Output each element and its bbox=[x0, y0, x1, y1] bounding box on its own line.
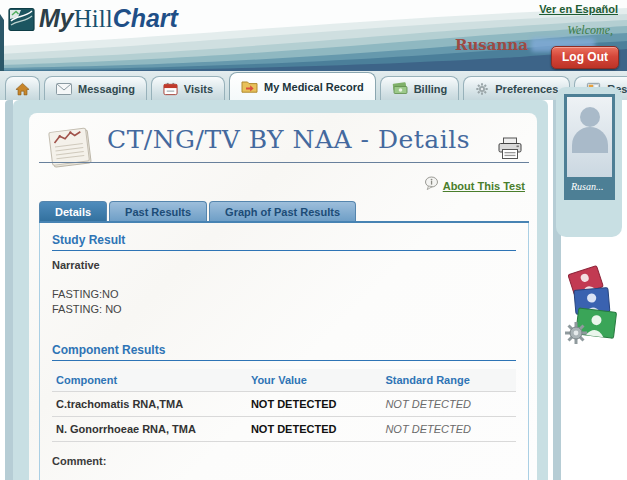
table-header-row: Component Your Value Standard Range bbox=[52, 369, 516, 392]
tab-label: Preferences bbox=[495, 83, 558, 95]
language-toggle-link[interactable]: Ver en Español bbox=[539, 3, 618, 15]
subtab-details[interactable]: Details bbox=[39, 201, 107, 221]
print-icon[interactable] bbox=[497, 137, 523, 164]
standard-range: NOT DETECTED bbox=[381, 416, 516, 441]
calendar-icon bbox=[163, 82, 178, 96]
tab-label: Messaging bbox=[78, 83, 135, 95]
user-first-name: Rusanna bbox=[455, 36, 528, 54]
main-panel: CT/NG/TV BY NAA - Details bbox=[29, 113, 537, 480]
logo-text-chart: Chart bbox=[113, 4, 178, 32]
page-title: CT/NG/TV BY NAA - Details bbox=[107, 125, 470, 154]
logo-chart-folder-icon bbox=[8, 6, 35, 32]
your-value: NOT DETECTED bbox=[247, 416, 382, 441]
about-this-test-link: About This Test bbox=[443, 180, 525, 192]
patient-avatar: Rusan... bbox=[564, 94, 615, 200]
column-header-component: Component bbox=[52, 369, 247, 392]
myhillchart-app: MyHillChart Ver en Español Welcome, Rusa… bbox=[0, 0, 627, 480]
tab-billing[interactable]: Billing bbox=[380, 76, 460, 100]
standard-range: NOT DETECTED bbox=[381, 391, 516, 416]
title-divider bbox=[39, 162, 529, 163]
table-row: N. Gonorrhoeae RNA, TMA NOT DETECTED NOT… bbox=[52, 416, 516, 441]
gear-icon bbox=[475, 82, 489, 96]
avatar-photo-placeholder bbox=[567, 97, 612, 153]
home-icon bbox=[15, 82, 30, 96]
logo-text-my: My bbox=[39, 4, 74, 32]
tab-label: Visits bbox=[184, 83, 213, 95]
component-name: C.trachomatis RNA,TMA bbox=[52, 391, 247, 416]
study-result-heading: Study Result bbox=[52, 233, 516, 251]
logo-text-hill: Hill bbox=[74, 5, 113, 32]
details-tab-content: Study Result Narrative FASTING:NO FASTIN… bbox=[39, 223, 529, 480]
speech-bubble-info-icon bbox=[424, 176, 439, 195]
billing-money-icon bbox=[392, 82, 408, 95]
component-results-heading: Component Results bbox=[52, 343, 516, 361]
subtab-graph-of-past-results[interactable]: Graph of Past Results bbox=[209, 201, 356, 221]
narrative-line: FASTING:NO bbox=[52, 287, 516, 302]
primary-nav: Messaging Visits My Medical bbox=[0, 71, 627, 100]
column-header-standard-range: Standard Range bbox=[381, 369, 516, 392]
component-results-table: Component Your Value Standard Range C.tr… bbox=[52, 369, 516, 442]
tab-visits[interactable]: Visits bbox=[151, 76, 225, 100]
tab-preferences[interactable]: Preferences bbox=[463, 76, 570, 100]
narrative-line: FASTING: NO bbox=[52, 302, 516, 317]
logout-button[interactable]: Log Out bbox=[551, 46, 619, 69]
narrative-label: Narrative bbox=[52, 259, 516, 271]
envelope-icon bbox=[56, 83, 72, 95]
active-patient-selector[interactable]: Rusan... bbox=[556, 87, 622, 237]
test-results-notepad-icon bbox=[45, 123, 97, 173]
result-subtabs: Details Past Results Graph of Past Resul… bbox=[39, 201, 529, 221]
frame-left-edge bbox=[5, 100, 13, 480]
manage-accounts-icon[interactable] bbox=[563, 262, 621, 348]
your-value: NOT DETECTED bbox=[247, 391, 382, 416]
tab-messaging[interactable]: Messaging bbox=[44, 76, 147, 100]
component-name: N. Gonorrhoeae RNA, TMA bbox=[52, 416, 247, 441]
avatar-name-label: Rusan... bbox=[567, 177, 612, 197]
subtab-past-results[interactable]: Past Results bbox=[109, 201, 207, 221]
comment-label: Comment: bbox=[52, 455, 516, 467]
app-header: MyHillChart Ver en Español Welcome, Rusa… bbox=[0, 0, 627, 71]
about-this-test[interactable]: About This Test bbox=[424, 176, 525, 195]
column-header-your-value: Your Value bbox=[247, 369, 382, 392]
tab-label: My Medical Record bbox=[264, 81, 364, 93]
table-row: C.trachomatis RNA,TMA NOT DETECTED NOT D… bbox=[52, 391, 516, 416]
tab-my-medical-record[interactable]: My Medical Record bbox=[229, 72, 376, 100]
app-logo[interactable]: MyHillChart bbox=[8, 4, 178, 33]
tab-home[interactable] bbox=[5, 76, 40, 100]
medical-record-folder-icon bbox=[241, 80, 258, 93]
tab-label: Billing bbox=[414, 83, 448, 95]
